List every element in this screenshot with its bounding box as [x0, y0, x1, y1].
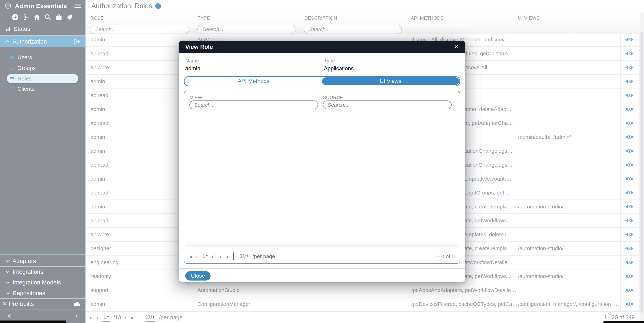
sidebar-item-repositories[interactable]: Repositories — [0, 288, 85, 299]
tag-icon[interactable] — [66, 14, 73, 20]
home-icon[interactable] — [34, 14, 40, 20]
view-role-eye-icon[interactable] — [625, 260, 634, 265]
sidebar-item-pre-builts[interactable]: Pre-builts — [0, 299, 85, 310]
scrollbar-thumb[interactable] — [640, 32, 643, 314]
page-size-select[interactable]: 10 ▾ — [238, 253, 249, 260]
sidebar-item-label: Groups — [18, 65, 36, 72]
sidebar-item-clients[interactable]: Clients — [7, 84, 78, 94]
view-role-eye-icon[interactable] — [625, 106, 634, 112]
view-role-eye-icon[interactable] — [625, 92, 634, 98]
view-role-eye-icon[interactable] — [625, 218, 634, 224]
view-role-eye-icon[interactable] — [625, 301, 634, 307]
sidebar-item-groups[interactable]: Groups — [7, 63, 78, 73]
view-role-eye-icon[interactable] — [625, 134, 634, 140]
ui-views-cell — [518, 186, 619, 200]
source-search-field — [323, 100, 452, 110]
view-role-eye-icon[interactable] — [625, 232, 634, 237]
ui-views-cell — [518, 74, 619, 88]
bottom-right-black-strip — [603, 321, 644, 323]
prev-page-button[interactable]: ‹ — [96, 314, 98, 320]
sidebar-item-integration-models[interactable]: Integration Models — [0, 277, 85, 288]
table-row[interactable]: admin ConfigurationManager getDevicesFil… — [86, 297, 640, 311]
search-icon[interactable] — [44, 14, 51, 20]
ui-views-cell — [518, 116, 619, 130]
role-cell: admin — [90, 102, 190, 116]
last-page-button[interactable]: » — [225, 254, 228, 260]
page-size-select[interactable]: 20 ▾ — [145, 314, 156, 322]
tab-api-methods[interactable]: API Methods — [185, 77, 322, 85]
page-number-select[interactable]: 1 ▾ — [102, 314, 110, 322]
first-page-button[interactable]: « — [189, 254, 193, 260]
expand-sidebar-icon[interactable]: › — [76, 312, 78, 319]
description-search-input[interactable] — [309, 26, 397, 32]
view-role-eye-icon[interactable] — [625, 204, 634, 210]
open-in-new-icon[interactable] — [74, 39, 80, 44]
type-value: Applications — [324, 65, 354, 72]
sidebar-item-authorization[interactable]: Authorization — [0, 36, 85, 47]
ui-views-cell — [518, 102, 619, 116]
type-search-field — [197, 25, 296, 34]
view-role-eye-icon[interactable] — [625, 162, 634, 168]
view-role-eye-icon[interactable] — [625, 274, 634, 279]
page-number-select[interactable]: 1 ▾ — [201, 253, 209, 260]
sidebar-item-users[interactable]: Users — [7, 52, 78, 62]
role-cell: admin — [90, 130, 190, 144]
sidebar-item-adapters[interactable]: Adapters — [0, 256, 85, 266]
next-page-button[interactable]: › — [220, 254, 222, 260]
view-search-input[interactable] — [194, 102, 314, 108]
prev-page-button[interactable]: ‹ — [196, 254, 198, 260]
view-role-eye-icon[interactable] — [625, 287, 634, 293]
sidebar-item-label: Roles — [18, 76, 32, 82]
view-role-eye-icon[interactable] — [625, 148, 634, 154]
list-icon — [10, 77, 14, 80]
role-cell: apiread — [90, 116, 190, 130]
view-role-eye-icon[interactable] — [625, 78, 634, 84]
role-search-input[interactable] — [95, 26, 184, 32]
first-page-button[interactable]: « — [90, 314, 93, 320]
sidebar-footer: « › — [0, 310, 85, 320]
list-icon — [10, 87, 14, 91]
pager-divider — [233, 252, 234, 260]
ui-views-cell — [518, 33, 619, 46]
role-cell: admin — [90, 172, 190, 186]
collapse-sidebar-icon[interactable]: « — [7, 312, 11, 319]
briefcase-icon[interactable] — [55, 14, 62, 20]
sidebar-item-label: Users — [18, 54, 32, 61]
import-icon[interactable] — [23, 14, 30, 20]
close-icon[interactable]: ✕ — [454, 44, 459, 50]
table-row[interactable]: support AutomationStudio getAppsAndAdapt… — [86, 284, 640, 297]
list-icon — [10, 56, 14, 59]
column-header-api-methods: API METHODS — [411, 15, 444, 21]
sidebar-toolbar — [0, 12, 85, 22]
view-role-eye-icon[interactable] — [625, 176, 634, 182]
view-role-eye-icon[interactable] — [625, 120, 634, 126]
sidebar-item-status[interactable]: Status — [0, 22, 85, 36]
modal-title: View Role — [185, 44, 213, 50]
last-page-button[interactable]: » — [130, 314, 134, 320]
view-role-eye-icon[interactable] — [625, 64, 634, 70]
sidebar-sections: Adapters Integrations Integration Models… — [0, 256, 85, 310]
column-divider — [620, 33, 620, 311]
tab-ui-views[interactable]: UI Views — [322, 77, 459, 85]
sidebar-item-roles-active[interactable]: Roles — [7, 74, 78, 83]
close-button[interactable]: Close — [185, 271, 210, 280]
chevron-down-icon — [5, 270, 10, 274]
modal-tabbar: API Methods UI Views — [184, 76, 460, 86]
add-circle-icon[interactable] — [12, 14, 18, 20]
view-role-eye-icon[interactable] — [625, 246, 634, 251]
sidebar-item-label: Status — [14, 26, 30, 32]
role-cell: designer — [90, 242, 190, 255]
panel-footer-shadow — [185, 242, 459, 247]
hamburger-menu-icon[interactable] — [74, 3, 81, 9]
info-icon[interactable]: i — [155, 3, 161, 9]
view-role-eye-icon[interactable] — [625, 51, 634, 56]
ui-views-cell — [518, 144, 619, 158]
next-page-button[interactable]: › — [125, 314, 127, 320]
view-role-eye-icon[interactable] — [625, 190, 634, 196]
type-search-input[interactable] — [202, 26, 290, 32]
sidebar-item-integrations[interactable]: Integrations — [0, 266, 85, 277]
view-role-eye-icon[interactable] — [625, 37, 634, 42]
role-cell: admin — [90, 297, 190, 311]
caret-down-icon: ▾ — [107, 314, 109, 319]
source-search-input[interactable] — [327, 102, 447, 108]
